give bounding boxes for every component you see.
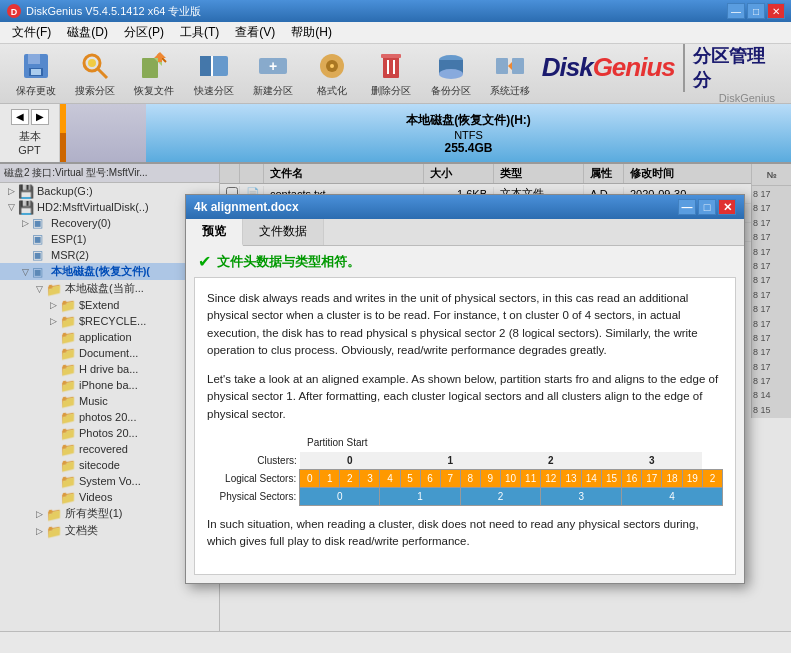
dialog-minimize-button[interactable]: — [678,199,696,215]
status-ok-icon: ✔ [198,252,211,271]
svg-rect-5 [31,69,41,75]
svg-point-26 [439,69,463,79]
ls-4: 4 [380,469,400,487]
menu-help[interactable]: 帮助(H) [283,22,340,43]
logical-label: Logical Sectors: [207,469,300,487]
title-bar: D DiskGenius V5.4.5.1412 x64 专业版 — □ ✕ [0,0,791,22]
ls-5: 5 [400,469,420,487]
disk-stripe: 本地磁盘(恢复文件)(H:) NTFS 255.4GB [60,104,791,162]
format-icon [316,50,348,82]
menu-bar: 文件(F) 磁盘(D) 分区(P) 工具(T) 查看(V) 帮助(H) [0,22,791,44]
stripe-main-partition[interactable]: 本地磁盘(恢复文件)(H:) NTFS 255.4GB [146,104,791,162]
dialog-status: ✔ 文件头数据与类型相符。 [186,246,744,277]
app-icon: D [6,3,22,19]
delete-icon [375,50,407,82]
toolbar: 保存更改 搜索分区 恢复文件 快速分区 + 新建分区 格式化 [0,44,791,104]
nav-left-button[interactable]: ◀ [11,109,29,125]
minimize-button[interactable]: — [727,3,745,19]
migrate-icon [494,50,526,82]
partition-size-label: 255.4GB [444,141,492,155]
dialog-tab-filedata[interactable]: 文件数据 [243,219,324,245]
backup-partition-button[interactable]: 备份分区 [423,48,478,100]
logical-sectors-row: Logical Sectors: 0 1 2 3 4 5 6 7 8 9 10 [207,469,723,487]
svg-rect-27 [496,58,508,74]
partition-name-label: 本地磁盘(恢复文件)(H:) [406,112,531,129]
svg-rect-3 [28,54,40,64]
ls-20: 2 [702,469,722,487]
new-partition-label: 新建分区 [253,84,293,98]
cluster-3: 3 [601,452,702,470]
ps-1: 1 [380,487,460,505]
nav-arrows: ◀ ▶ [11,109,49,125]
disk-type-label: 基本GPT [18,129,41,158]
dialog-close-button[interactable]: ✕ [718,199,736,215]
save-icon [20,50,52,82]
disk-header: ◀ ▶ 基本GPT 本地磁盘(恢复文件)(H:) NTFS 255.4GB [0,104,791,164]
menu-file[interactable]: 文件(F) [4,22,59,43]
cluster-1: 1 [400,452,500,470]
ps-2: 2 [460,487,541,505]
stripe-unallocated [66,104,146,162]
menu-disk[interactable]: 磁盘(D) [59,22,116,43]
search-partition-button[interactable]: 搜索分区 [67,48,122,100]
partition-fs-label: NTFS [454,129,483,141]
migrate-system-button[interactable]: 系统迁移 [482,48,537,100]
ps-3: 3 [541,487,622,505]
ls-8: 8 [460,469,480,487]
dialog-maximize-button[interactable]: □ [698,199,716,215]
maximize-button[interactable]: □ [747,3,765,19]
svg-text:D: D [11,7,18,17]
search-label: 搜索分区 [75,84,115,98]
disk-nav: ◀ ▶ 基本GPT [0,104,60,162]
ls-11: 11 [521,469,541,487]
ls-17: 17 [642,469,662,487]
ls-18: 18 [662,469,682,487]
ls-12: 12 [541,469,561,487]
nav-right-button[interactable]: ▶ [31,109,49,125]
cluster-0: 0 [300,452,400,470]
dialog-tabs: 预览 文件数据 [186,219,744,246]
ls-1: 1 [320,469,340,487]
brand-logo: DiskGenius [542,52,675,83]
clusters-row: Clusters: 0 1 2 3 [207,452,723,470]
quick-partition-button[interactable]: 快速分区 [186,48,241,100]
format-button[interactable]: 格式化 [304,48,359,100]
recover-icon [138,50,170,82]
save-button[interactable]: 保存更改 [8,48,63,100]
ps-0: 0 [300,487,380,505]
dialog: 4k alignment.docx — □ ✕ 预览 文件数据 ✔ 文件头数据与… [185,194,745,584]
recover-file-button[interactable]: 恢复文件 [127,48,182,100]
content-para3: In such situation, when reading a cluste… [207,516,723,551]
physical-label: Physical Sectors: [207,487,300,505]
ls-6: 6 [420,469,440,487]
quick-partition-icon [198,50,230,82]
new-partition-button[interactable]: + 新建分区 [245,48,300,100]
search-icon [79,50,111,82]
save-label: 保存更改 [16,84,56,98]
dialog-title-bar: 4k alignment.docx — □ ✕ [186,195,744,219]
menu-view[interactable]: 查看(V) [227,22,283,43]
format-label: 格式化 [317,84,347,98]
ls-19: 19 [682,469,702,487]
status-text: 文件头数据与类型相符。 [217,253,360,271]
ls-10: 10 [500,469,520,487]
window-controls: — □ ✕ [727,3,785,19]
ls-3: 3 [360,469,380,487]
dialog-title: 4k alignment.docx [194,200,299,214]
menu-partition[interactable]: 分区(P) [116,22,172,43]
ls-9: 9 [480,469,500,487]
delete-partition-button[interactable]: 删除分区 [364,48,419,100]
dialog-tab-preview[interactable]: 预览 [186,219,243,246]
ls-16: 16 [622,469,642,487]
diagram-table: Clusters: 0 1 2 3 Logical Sectors: 0 1 2… [207,452,723,506]
delete-label: 删除分区 [371,84,411,98]
main-area: 磁盘2 接口:Virtual 型号:MsftVir... ▷💾Backup(G:… [0,164,791,631]
cluster-2: 2 [500,452,601,470]
menu-tools[interactable]: 工具(T) [172,22,227,43]
svg-text:+: + [269,58,277,74]
svg-rect-21 [381,54,401,58]
close-button[interactable]: ✕ [767,3,785,19]
content-para2: Let's take a look at an aligned example.… [207,371,723,423]
app-title: DiskGenius V5.4.5.1412 x64 专业版 [26,4,201,19]
migrate-label: 系统迁移 [490,84,530,98]
